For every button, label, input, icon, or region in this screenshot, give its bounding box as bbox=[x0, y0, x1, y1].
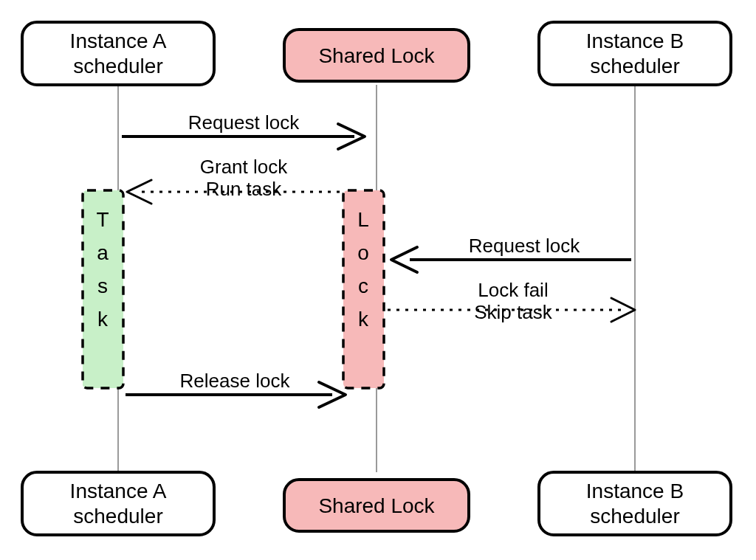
msg-request-lock-b: Request lock bbox=[391, 235, 631, 272]
activation-lock-char-1: o bbox=[357, 241, 369, 264]
activation-lock: L o c k bbox=[343, 190, 384, 388]
shared-lock-label-top: Shared Lock bbox=[318, 44, 435, 67]
activation-task: T a s k bbox=[83, 190, 123, 388]
msg-request-lock-a-label: Request lock bbox=[188, 111, 300, 134]
msg-lock-fail: Lock fail Skip task bbox=[388, 279, 635, 323]
activation-task-char-1: a bbox=[97, 241, 109, 264]
msg-lock-fail-label-2: Skip task bbox=[474, 301, 552, 323]
msg-grant-lock: Grant lock Run task bbox=[127, 156, 340, 204]
msg-request-lock-b-label: Request lock bbox=[469, 235, 580, 257]
msg-grant-lock-label-2: Run task bbox=[206, 178, 283, 200]
msg-grant-lock-label-1: Grant lock bbox=[200, 156, 288, 178]
sequence-diagram: T a s k L o c k Request lock Grant lock … bbox=[0, 0, 756, 560]
shared-lock-label-bottom: Shared Lock bbox=[318, 494, 435, 517]
participant-instance-a-bottom: Instance A scheduler bbox=[22, 472, 214, 535]
instance-a-label-1-bottom: Instance A bbox=[70, 480, 167, 502]
instance-a-label-2-bottom: scheduler bbox=[73, 505, 162, 528]
msg-release-lock: Release lock bbox=[126, 370, 346, 407]
participant-instance-a-top: Instance A scheduler bbox=[22, 22, 214, 85]
activation-lock-char-2: c bbox=[358, 274, 368, 297]
activation-lock-char-0: L bbox=[357, 208, 369, 231]
activation-task-char-3: k bbox=[97, 308, 109, 331]
msg-request-lock-a: Request lock bbox=[122, 111, 365, 149]
participant-shared-lock-bottom: Shared Lock bbox=[284, 480, 469, 531]
participant-shared-lock-top: Shared Lock bbox=[284, 30, 469, 81]
activation-task-char-0: T bbox=[96, 208, 109, 231]
participant-instance-b-bottom: Instance B scheduler bbox=[539, 472, 731, 535]
instance-a-label-2: scheduler bbox=[73, 55, 162, 77]
activation-lock-char-3: k bbox=[358, 308, 369, 331]
instance-b-label-2: scheduler bbox=[590, 55, 679, 77]
activation-task-char-2: s bbox=[97, 274, 108, 297]
instance-b-label-1: Instance B bbox=[586, 30, 684, 52]
participant-instance-b-top: Instance B scheduler bbox=[539, 22, 731, 85]
msg-lock-fail-label-1: Lock fail bbox=[478, 279, 548, 301]
instance-a-label-1: Instance A bbox=[70, 30, 167, 52]
instance-b-label-2-bottom: scheduler bbox=[590, 505, 679, 528]
instance-b-label-1-bottom: Instance B bbox=[586, 480, 684, 502]
msg-release-lock-label: Release lock bbox=[180, 370, 291, 392]
